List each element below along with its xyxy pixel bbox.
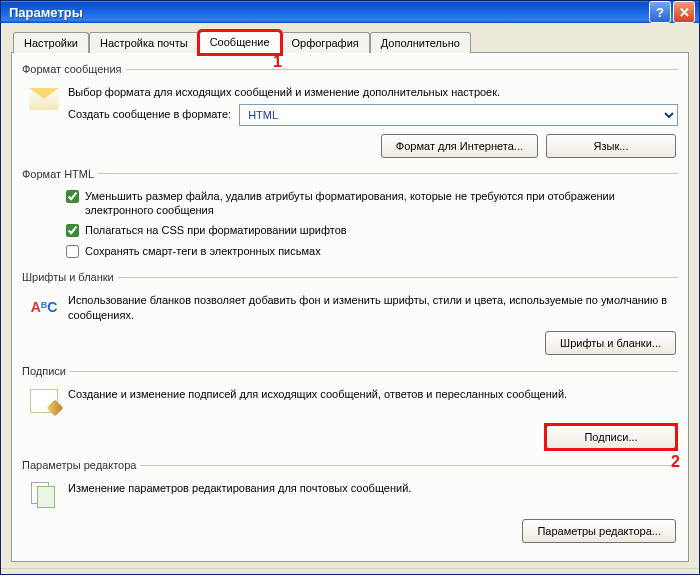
close-button[interactable]: ✕ xyxy=(673,1,695,23)
cb-smart-tags-input[interactable] xyxy=(66,245,79,258)
group-legend: Параметры редактора xyxy=(22,459,140,471)
callout-2: 2 xyxy=(671,453,680,471)
dialog-footer: OK Отмена Применить xyxy=(1,568,699,575)
group-legend: Формат HTML xyxy=(22,168,98,180)
group-legend: Подписи xyxy=(22,365,70,377)
group-signatures: Подписи Создание и изменение подписей дл… xyxy=(22,365,678,449)
window-title: Параметры xyxy=(9,5,647,20)
group-legend: Шрифты и бланки xyxy=(22,271,118,283)
abc-icon: ABC xyxy=(28,291,60,323)
tab-advanced[interactable]: Дополнительно xyxy=(370,32,471,53)
group-editor: Параметры редактора Изменение параметров… xyxy=(22,459,678,543)
group-html-format: Формат HTML Уменьшить размер файла, удал… xyxy=(22,168,678,261)
create-format-label: Создать сообщение в формате: xyxy=(68,107,231,122)
format-desc: Выбор формата для исходящих сообщений и … xyxy=(68,85,678,100)
cb-reduce-size-input[interactable] xyxy=(66,190,79,203)
group-fonts: Шрифты и бланки ABC Использование бланко… xyxy=(22,271,678,355)
group-message-format: Формат сообщения Выбор формата для исход… xyxy=(22,63,678,158)
cb-smart-tags[interactable]: Сохранять смарт-теги в электронных письм… xyxy=(22,241,678,261)
tab-mailsetup[interactable]: Настройка почты xyxy=(89,32,199,53)
cb-rely-css-input[interactable] xyxy=(66,224,79,237)
fonts-button[interactable]: Шрифты и бланки... xyxy=(545,331,676,355)
format-combo[interactable]: HTML xyxy=(239,104,678,126)
tab-spelling[interactable]: Орфография xyxy=(281,32,370,53)
signature-icon xyxy=(28,385,60,417)
callout-1: 1 xyxy=(273,53,282,71)
group-legend: Формат сообщения xyxy=(22,63,126,75)
cb-reduce-size[interactable]: Уменьшить размер файла, удалив атрибуты … xyxy=(22,186,678,221)
fonts-desc: Использование бланков позволяет добавить… xyxy=(68,291,678,323)
editor-options-button[interactable]: Параметры редактора... xyxy=(522,519,676,543)
signatures-button[interactable]: Подписи... xyxy=(546,425,676,449)
tab-panel: Формат сообщения Выбор формата для исход… xyxy=(11,52,689,562)
editor-desc: Изменение параметров редактирования для … xyxy=(68,479,678,496)
envelope-icon xyxy=(28,83,60,115)
cb-rely-css[interactable]: Полагаться на CSS при форматировании шри… xyxy=(22,220,678,240)
help-button[interactable]: ? xyxy=(649,1,671,23)
tab-settings[interactable]: Настройки xyxy=(13,32,89,53)
titlebar: Параметры ? ✕ xyxy=(1,1,699,23)
docs-icon xyxy=(28,479,60,511)
tab-strip: Настройки Настройка почты Сообщение Орфо… xyxy=(11,31,689,53)
internet-format-button[interactable]: Формат для Интернета... xyxy=(381,134,538,158)
language-button[interactable]: Язык... xyxy=(546,134,676,158)
sign-desc: Создание и изменение подписей для исходя… xyxy=(68,385,678,402)
tab-message[interactable]: Сообщение xyxy=(199,31,281,54)
